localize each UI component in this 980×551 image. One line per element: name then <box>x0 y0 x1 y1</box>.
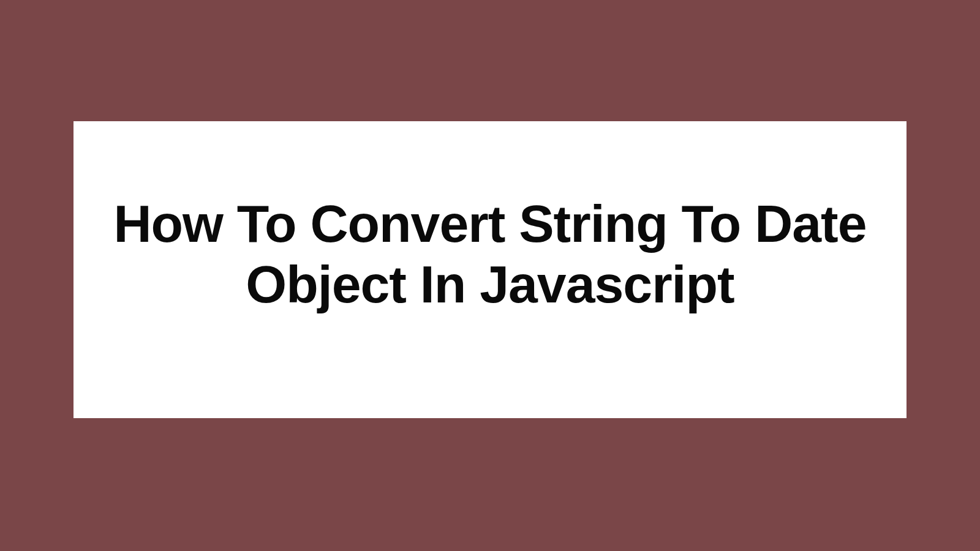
title-card: How To Convert String To Date Object In … <box>74 121 907 418</box>
main-title: How To Convert String To Date Object In … <box>74 193 907 315</box>
